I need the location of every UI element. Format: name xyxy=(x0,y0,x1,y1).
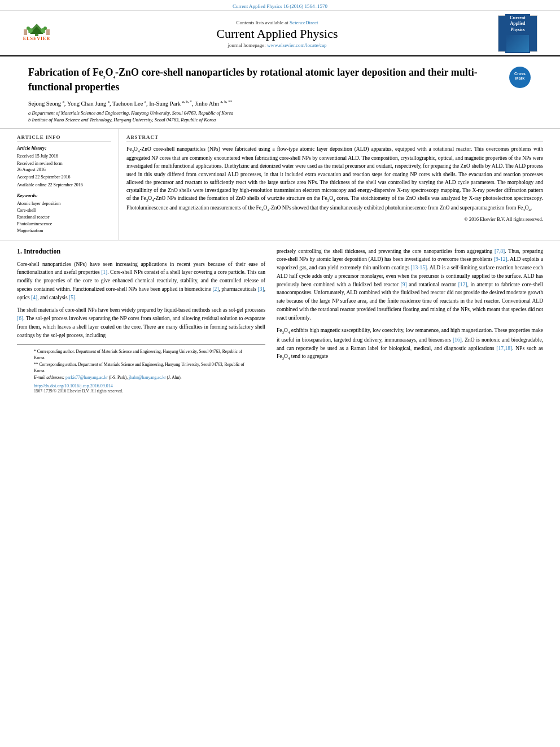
crossmark-badge[interactable]: Cross Mark xyxy=(509,67,532,89)
email-link-1[interactable]: parkis77@hanyang.ac.kr xyxy=(65,375,108,380)
article-history-label: Article history: xyxy=(17,145,111,151)
article-title-text: Fabrication of Fe3O4-ZnO core-shell nano… xyxy=(28,65,509,94)
keyword-4: Photoluminescence xyxy=(17,221,111,228)
footnote-star2: ** Corresponding author. Department of M… xyxy=(34,362,248,374)
svg-text:Cross: Cross xyxy=(514,72,526,76)
elsevier-logo: ELSEVIER xyxy=(17,24,56,42)
header-center: Contents lists available at ScienceDirec… xyxy=(56,20,498,48)
journal-logo-box: CurrentAppliedPhysics xyxy=(498,15,537,52)
keywords-section: Keywords: Atomic layer deposition Core-s… xyxy=(17,193,111,234)
elsevier-text: ELSEVIER xyxy=(23,36,50,41)
science-direct-link[interactable]: ScienceDirect xyxy=(290,20,318,25)
keyword-5: Magnetization xyxy=(17,228,111,234)
available-date: Available online 22 September 2016 xyxy=(17,182,111,188)
header-section: ELSEVIER Contents lists available at Sci… xyxy=(0,11,560,56)
intro-right-paragraph-1: precisely controlling the shell thicknes… xyxy=(277,247,543,322)
affiliation-a: a Department of Materials Science and En… xyxy=(28,110,532,116)
article-title: Fabrication of Fe3O4-ZnO core-shell nano… xyxy=(28,65,532,94)
elsevier-logo-area: ELSEVIER xyxy=(17,24,56,44)
journal-homepage: journal homepage: www.elsevier.com/locat… xyxy=(68,42,487,48)
elsevier-tree-icon xyxy=(23,24,51,36)
intro-right-col: precisely controlling the shell thicknes… xyxy=(277,247,543,394)
doi-link[interactable]: http://dx.doi.org/10.1016/j.cap.2016.09.… xyxy=(34,383,248,388)
article-info-title: ARTICLE INFO xyxy=(17,134,111,142)
intro-left-col: 1. Introduction Core-shell nanoparticles… xyxy=(17,247,265,394)
homepage-link[interactable]: www.elsevier.com/locate/cap xyxy=(267,42,326,48)
accepted-date: Accepted 22 September 2016 xyxy=(17,174,111,180)
footnote-star1: * Corresponding author. Department of Ma… xyxy=(34,349,248,361)
received-revised: Received in revised form26 August 2016 xyxy=(17,160,111,173)
copyright-line: © 2016 Elsevier B.V. All rights reserved… xyxy=(126,216,543,222)
contents-line: Contents lists available at ScienceDirec… xyxy=(68,20,487,25)
article-info-abstract-section: ARTICLE INFO Article history: Received 1… xyxy=(0,129,560,241)
svg-text:Mark: Mark xyxy=(515,76,524,80)
journal-title: Current Applied Physics xyxy=(68,27,487,41)
intro-paragraph-1: Core-shell nanoparticles (NPs) have seen… xyxy=(17,260,265,302)
keyword-2: Core-shell xyxy=(17,207,111,214)
article-info-col: ARTICLE INFO Article history: Received 1… xyxy=(17,129,119,240)
intro-heading: 1. Introduction xyxy=(17,247,265,256)
affiliation-b: b Institute of Nano Science and Technolo… xyxy=(28,117,532,123)
received-date: Received 15 July 2016 xyxy=(17,153,111,159)
keyword-1: Atomic layer deposition xyxy=(17,200,111,207)
intro-right-paragraph-2: Fe3O4 exhibits high magnetic susceptibil… xyxy=(277,326,543,362)
footnote-emails: E-mail addresses: parkis77@hanyang.ac.kr… xyxy=(34,375,248,381)
issn-line: 1567-1739/© 2016 Elsevier B.V. All right… xyxy=(34,388,248,394)
svg-rect-7 xyxy=(24,29,27,35)
article-title-section: Fabrication of Fe3O4-ZnO core-shell nano… xyxy=(0,56,560,129)
logo-text: CurrentAppliedPhysics xyxy=(505,14,530,53)
abstract-text: Fe3O4-ZnO core-shell nanoparticles (NPs)… xyxy=(126,145,543,213)
email-link-2[interactable]: jhahn@hanyang.ac.kr xyxy=(129,375,166,380)
abstract-title: ABSTRACT xyxy=(126,134,543,142)
authors-line: Sejong Seong a, Yong Chan Jung a, Taehoo… xyxy=(28,99,532,107)
introduction-section: 1. Introduction Core-shell nanoparticles… xyxy=(0,241,560,394)
keyword-3: Rotational reactor xyxy=(17,214,111,221)
crossmark-icon: Cross Mark xyxy=(509,67,531,88)
svg-rect-8 xyxy=(46,29,50,35)
page: Current Applied Physics 16 (2016) 1564–1… xyxy=(0,0,560,747)
journal-bar: Current Applied Physics 16 (2016) 1564–1… xyxy=(0,0,560,11)
journal-citation: Current Applied Physics 16 (2016) 1564–1… xyxy=(233,3,327,9)
intro-paragraph-2: The shell materials of core-shell NPs ha… xyxy=(17,306,265,339)
footnotes-section: * Corresponding author. Department of Ma… xyxy=(17,344,265,394)
abstract-col: ABSTRACT Fe3O4-ZnO core-shell nanopartic… xyxy=(119,129,543,240)
keywords-label: Keywords: xyxy=(17,193,111,198)
